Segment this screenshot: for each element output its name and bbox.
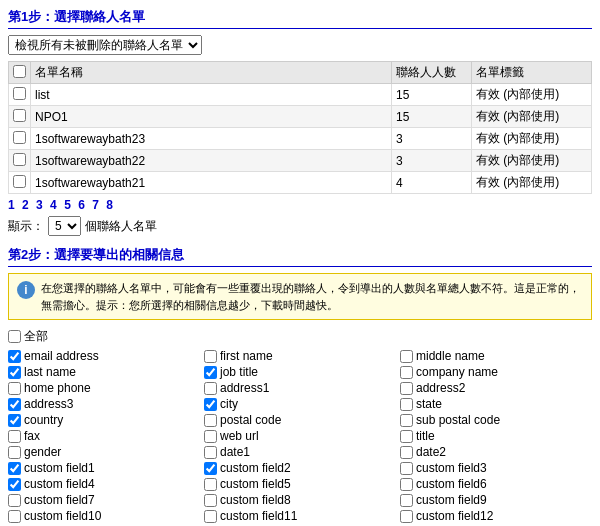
field-checkbox-custom_field2[interactable] (204, 462, 217, 475)
field-label-date2: date2 (416, 445, 446, 459)
row-checkbox[interactable] (13, 109, 26, 122)
header-check (9, 62, 31, 84)
row-checkbox[interactable] (13, 153, 26, 166)
field-checkbox-home_phone[interactable] (8, 382, 21, 395)
step1-title: 第1步：選擇聯絡人名單 (8, 8, 592, 29)
table-row: NPO1 15 有效 (內部使用) (9, 106, 592, 128)
field-item: home phone (8, 381, 200, 395)
field-label-address3: address3 (24, 397, 73, 411)
row-checkbox[interactable] (13, 87, 26, 100)
field-checkbox-address3[interactable] (8, 398, 21, 411)
page-8[interactable]: 8 (106, 198, 113, 212)
select-all-checkbox[interactable] (13, 65, 26, 78)
page-5[interactable]: 5 (64, 198, 71, 212)
field-checkbox-postal_code[interactable] (204, 414, 217, 427)
step2-section: 第2步：選擇要導出的相關信息 i 在您選擇的聯絡人名單中，可能會有一些重覆出現的… (8, 246, 592, 526)
field-item: middle name (400, 349, 592, 363)
field-checkbox-company_name[interactable] (400, 366, 413, 379)
field-checkbox-city[interactable] (204, 398, 217, 411)
page-2[interactable]: 2 (22, 198, 29, 212)
show-row: 顯示： 5 個聯絡人名單 (8, 216, 592, 236)
field-checkbox-first_name[interactable] (204, 350, 217, 363)
pagination: 1 2 3 4 5 6 7 8 (8, 198, 592, 212)
page-6[interactable]: 6 (78, 198, 85, 212)
page-4[interactable]: 4 (50, 198, 57, 212)
field-checkbox-title[interactable] (400, 430, 413, 443)
field-label-postal_code: postal code (220, 413, 281, 427)
field-item: date2 (400, 445, 592, 459)
field-checkbox-custom_field1[interactable] (8, 462, 21, 475)
field-checkbox-custom_field4[interactable] (8, 478, 21, 491)
all-checkbox[interactable] (8, 330, 21, 343)
field-checkbox-fax[interactable] (8, 430, 21, 443)
row-name: NPO1 (31, 106, 392, 128)
field-checkbox-gender[interactable] (8, 446, 21, 459)
field-item: custom field8 (204, 493, 396, 507)
row-tag: 有效 (內部使用) (472, 150, 592, 172)
field-checkbox-email_address[interactable] (8, 350, 21, 363)
field-item: address1 (204, 381, 396, 395)
field-checkbox-custom_field10[interactable] (8, 510, 21, 523)
field-item: date1 (204, 445, 396, 459)
field-checkbox-web_url[interactable] (204, 430, 217, 443)
field-label-custom_field3: custom field3 (416, 461, 487, 475)
show-label: 顯示： (8, 218, 44, 235)
field-checkbox-custom_field9[interactable] (400, 494, 413, 507)
all-label: 全部 (24, 328, 48, 345)
row-checkbox[interactable] (13, 131, 26, 144)
field-item: first name (204, 349, 396, 363)
row-check (9, 172, 31, 194)
field-item: job title (204, 365, 396, 379)
field-checkbox-custom_field7[interactable] (8, 494, 21, 507)
field-checkbox-last_name[interactable] (8, 366, 21, 379)
field-checkbox-middle_name[interactable] (400, 350, 413, 363)
field-item: country (8, 413, 200, 427)
field-item: title (400, 429, 592, 443)
field-checkbox-job_title[interactable] (204, 366, 217, 379)
field-checkbox-custom_field12[interactable] (400, 510, 413, 523)
field-label-custom_field4: custom field4 (24, 477, 95, 491)
all-row: 全部 (8, 328, 592, 345)
field-label-last_name: last name (24, 365, 76, 379)
page-7[interactable]: 7 (92, 198, 99, 212)
field-item: custom field11 (204, 509, 396, 523)
page-3[interactable]: 3 (36, 198, 43, 212)
field-item: custom field1 (8, 461, 200, 475)
field-checkbox-country[interactable] (8, 414, 21, 427)
field-checkbox-date1[interactable] (204, 446, 217, 459)
field-item: custom field6 (400, 477, 592, 491)
field-label-country: country (24, 413, 63, 427)
field-item: custom field9 (400, 493, 592, 507)
field-checkbox-date2[interactable] (400, 446, 413, 459)
filter-select[interactable]: 檢視所有未被刪除的聯絡人名單 (8, 35, 202, 55)
field-item: custom field10 (8, 509, 200, 523)
field-label-custom_field9: custom field9 (416, 493, 487, 507)
field-checkbox-sub_postal_code[interactable] (400, 414, 413, 427)
field-item: address2 (400, 381, 592, 395)
field-checkbox-state[interactable] (400, 398, 413, 411)
filter-row: 檢視所有未被刪除的聯絡人名單 (8, 35, 592, 55)
field-checkbox-address2[interactable] (400, 382, 413, 395)
field-checkbox-custom_field8[interactable] (204, 494, 217, 507)
field-item: custom field5 (204, 477, 396, 491)
field-label-job_title: job title (220, 365, 258, 379)
show-select[interactable]: 5 (48, 216, 81, 236)
row-checkbox[interactable] (13, 175, 26, 188)
row-count: 4 (392, 172, 472, 194)
field-checkbox-custom_field11[interactable] (204, 510, 217, 523)
field-checkbox-custom_field6[interactable] (400, 478, 413, 491)
field-label-sub_postal_code: sub postal code (416, 413, 500, 427)
field-checkbox-custom_field3[interactable] (400, 462, 413, 475)
field-label-custom_field11: custom field11 (220, 509, 297, 523)
field-checkbox-custom_field5[interactable] (204, 478, 217, 491)
field-label-custom_field7: custom field7 (24, 493, 95, 507)
header-tag: 名單標籤 (472, 62, 592, 84)
field-item: custom field3 (400, 461, 592, 475)
table-row: 1softwarewaybath22 3 有效 (內部使用) (9, 150, 592, 172)
field-item: custom field4 (8, 477, 200, 491)
field-label-home_phone: home phone (24, 381, 91, 395)
field-checkbox-address1[interactable] (204, 382, 217, 395)
page-current: 1 (8, 198, 15, 212)
step2-title: 第2步：選擇要導出的相關信息 (8, 246, 592, 267)
field-item: gender (8, 445, 200, 459)
